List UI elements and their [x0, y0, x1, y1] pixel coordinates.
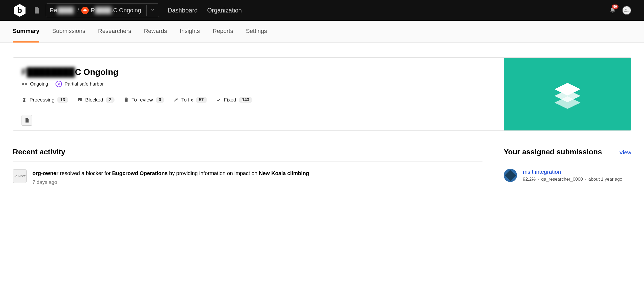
assigned-heading: Your assigned submissions [504, 148, 602, 156]
tab-settings[interactable]: Settings [246, 21, 267, 42]
stat-fixed[interactable]: Fixed 143 [216, 97, 252, 103]
svg-text:b: b [17, 6, 22, 15]
stats-row: Processing 13 Blocked 2 To review 0 [22, 97, 495, 103]
breadcrumb-org: Re████ [50, 7, 74, 14]
program-hero-image [504, 58, 631, 130]
status-ongoing: Ongoing [22, 81, 48, 87]
activity-item: NO IMAGE org-owner resolved a blocker fo… [13, 169, 482, 194]
eye-slash-icon [56, 81, 62, 87]
status-label: Ongoing [30, 81, 48, 87]
blocked-icon [77, 97, 83, 103]
svg-point-2 [84, 9, 86, 11]
left-column: F████████C Ongoing Ongoing Partial safe … [13, 57, 631, 194]
stat-to-review-count: 0 [156, 97, 164, 103]
brief-button[interactable] [22, 115, 32, 126]
submission-title[interactable]: msft integration [523, 169, 622, 175]
safe-harbor-label: Partial safe harbor [65, 81, 104, 87]
wrench-icon [173, 97, 179, 103]
nav-dashboard[interactable]: Dashboard [168, 7, 198, 14]
activity-text: org-owner resolved a blocker for Bugcrow… [32, 169, 309, 177]
svg-marker-15 [554, 96, 581, 109]
topbar-right: 50 NO IMAGE [608, 6, 631, 15]
recent-activity-section: Recent activity NO IMAGE org-owner resol… [13, 148, 482, 194]
svg-rect-12 [125, 98, 127, 99]
activity-timestamp: 7 days ago [32, 179, 309, 185]
activity-avatar: NO IMAGE [13, 169, 27, 183]
view-all-link[interactable]: View [619, 149, 631, 156]
submission-avatar [504, 169, 517, 182]
infinity-icon [22, 81, 27, 87]
safe-harbor: Partial safe harbor [56, 81, 104, 87]
stat-fixed-count: 143 [239, 97, 252, 103]
stat-to-fix-count: 57 [196, 97, 207, 103]
breadcrumb-divider [146, 5, 147, 16]
stat-processing[interactable]: Processing 13 [22, 97, 68, 103]
stat-to-fix[interactable]: To fix 57 [173, 97, 207, 103]
breadcrumb-program: R████.C Ongoing [91, 7, 141, 14]
program-hero-card: F████████C Ongoing Ongoing Partial safe … [13, 57, 631, 131]
stat-blocked-count: 2 [106, 97, 115, 103]
topbar: b Re████ / R████.C Ongoing Dashboard Org… [0, 0, 644, 21]
notifications-button[interactable]: 50 [608, 6, 617, 15]
stat-processing-count: 13 [57, 97, 68, 103]
stat-blocked[interactable]: Blocked 2 [77, 97, 115, 103]
user-avatar[interactable]: NO IMAGE [622, 6, 631, 15]
submission-meta: 92.2%·qa_researcher_0000·about 1 year ag… [523, 177, 622, 182]
chevron-down-icon[interactable] [150, 7, 155, 13]
hourglass-icon [22, 97, 27, 103]
breadcrumb-separator: / [77, 7, 79, 14]
stat-to-review[interactable]: To review 0 [124, 97, 164, 103]
tab-submissions[interactable]: Submissions [52, 21, 85, 42]
assigned-item[interactable]: msft integration 92.2%·qa_researcher_000… [504, 169, 631, 182]
svg-rect-10 [79, 100, 80, 101]
nav-organization[interactable]: Organization [207, 7, 242, 14]
clipboard-icon [124, 97, 129, 103]
recent-activity-heading: Recent activity [13, 148, 482, 156]
top-nav: Dashboard Organization [168, 7, 242, 14]
tab-insights[interactable]: Insights [180, 21, 200, 42]
program-title: F████████C Ongoing [22, 67, 495, 77]
notifications-count: 50 [612, 5, 618, 9]
layers-icon [549, 75, 586, 113]
tab-summary[interactable]: Summary [13, 21, 39, 43]
check-icon [216, 97, 221, 103]
tabbar: Summary Submissions Researchers Rewards … [0, 21, 644, 43]
breadcrumb[interactable]: Re████ / R████.C Ongoing [46, 3, 159, 17]
bug-icon [81, 7, 89, 14]
content: F████████C Ongoing Ongoing Partial safe … [0, 43, 644, 209]
svg-rect-11 [125, 98, 128, 102]
tab-researchers[interactable]: Researchers [98, 21, 131, 42]
tab-rewards[interactable]: Rewards [144, 21, 167, 42]
bugcrowd-logo[interactable]: b [13, 3, 27, 17]
tab-reports[interactable]: Reports [213, 21, 233, 42]
assigned-submissions-section: Your assigned submissions View msft inte… [504, 148, 631, 194]
document-icon[interactable] [33, 7, 40, 14]
